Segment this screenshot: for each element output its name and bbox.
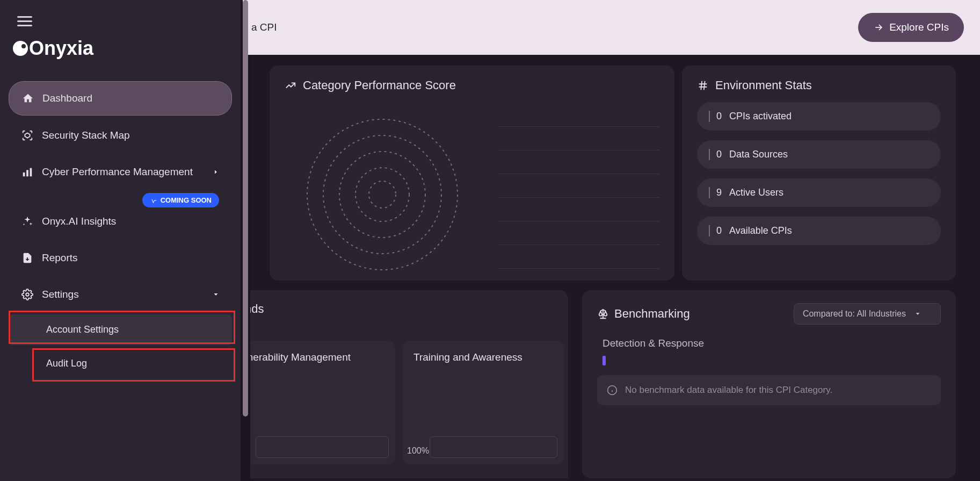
stat-value: 9 <box>709 187 722 198</box>
sidebar-item-label: Security Stack Map <box>42 130 219 141</box>
card-title: Category Performance Score <box>303 78 456 92</box>
stat-label: Data Sources <box>729 149 788 160</box>
stat-label: Active Users <box>729 187 783 198</box>
stat-row[interactable]: 0 CPIs activated <box>697 102 941 131</box>
sidebar-item-settings[interactable]: Settings <box>9 278 232 311</box>
legend-placeholder <box>498 103 659 269</box>
sidebar-item-label: Settings <box>42 289 204 300</box>
sidebar-subitem-label: Audit Log <box>46 358 87 369</box>
topbar-text-fragment: a CPI <box>251 21 277 33</box>
bar-chart-icon <box>21 166 33 178</box>
scale-icon <box>597 308 609 320</box>
sparkle-icon <box>21 216 33 227</box>
sidebar-item-cyber-performance[interactable]: Cyber Performance Management <box>9 155 232 189</box>
benchmark-category-label: Detection & Response <box>597 338 941 349</box>
subcard-title: ulnerability Management <box>250 351 384 363</box>
card-title: Environment Stats <box>715 78 812 92</box>
hash-icon <box>697 80 709 91</box>
stat-label: CPIs activated <box>729 111 792 122</box>
select-label: Compared to: All Industries <box>803 309 906 319</box>
environment-stats-card: Environment Stats 0 CPIs activated 0 Dat… <box>682 66 956 281</box>
hamburger-menu-button[interactable] <box>17 16 241 26</box>
brand-logo: Onyxia <box>13 37 241 60</box>
svg-rect-0 <box>23 173 25 176</box>
trend-subcard-vulnerability[interactable]: ulnerability Management 0% <box>250 341 395 464</box>
home-icon <box>22 92 34 104</box>
benchmark-bar <box>602 356 606 365</box>
explore-cpis-button[interactable]: Explore CPIs <box>858 13 964 42</box>
svg-point-3 <box>26 293 29 296</box>
radar-chart-placeholder <box>302 114 463 275</box>
sidebar-subitem-label: Account Settings <box>46 324 119 335</box>
sidebar-item-label: Reports <box>42 252 219 264</box>
stat-value: 0 <box>709 225 722 236</box>
chevron-down-icon <box>213 291 219 298</box>
chevron-down-icon <box>914 311 921 317</box>
sidebar-subitem-account-settings[interactable]: Account Settings <box>9 314 232 345</box>
stat-row[interactable]: 9 Active Users <box>697 178 941 207</box>
coming-soon-badge: COMING SOON <box>142 193 219 207</box>
logo-icon <box>13 41 28 56</box>
svg-rect-1 <box>26 170 28 176</box>
benchmark-empty-state: No benchmark data available for this CPI… <box>597 375 941 405</box>
trend-subcard-training[interactable]: Training and Awareness 100% <box>403 341 564 464</box>
subcard-chart-placeholder <box>430 436 557 458</box>
sidebar-item-label: Onyx.AI Insights <box>42 216 219 227</box>
file-upload-icon <box>21 252 33 264</box>
empty-text: No benchmark data available for this CPI… <box>625 384 832 397</box>
sidebar-item-reports[interactable]: Reports <box>9 241 232 275</box>
subcard-chart-placeholder <box>256 436 389 458</box>
chevron-right-icon <box>213 169 219 175</box>
stat-value: 0 <box>709 111 722 122</box>
compared-to-select[interactable]: Compared to: All Industries <box>794 303 941 325</box>
card-title: Benchmarking <box>614 307 690 321</box>
trends-title-fragment: nds <box>250 302 264 316</box>
main-content: Category Performance Score Environment S… <box>250 55 980 481</box>
cube-scan-icon <box>21 130 33 141</box>
trends-card: nds ulnerability Management 0% Training … <box>250 290 568 478</box>
explore-button-label: Explore CPIs <box>889 21 949 33</box>
sidebar-item-dashboard[interactable]: Dashboard <box>9 81 232 116</box>
scrollbar[interactable] <box>243 0 248 417</box>
svg-point-7 <box>355 168 409 221</box>
svg-point-8 <box>369 181 396 208</box>
subcard-title: Training and Awareness <box>413 351 553 363</box>
sidebar-item-onyx-ai-insights[interactable]: COMING SOON Onyx.AI Insights <box>9 205 232 238</box>
stat-value: 0 <box>709 149 722 160</box>
subcard-percent: 100% <box>407 446 429 456</box>
gear-icon <box>21 289 33 300</box>
sidebar-item-security-stack-map[interactable]: Security Stack Map <box>9 119 232 152</box>
stat-row[interactable]: 0 Data Sources <box>697 140 941 169</box>
sidebar-item-label: Dashboard <box>42 92 219 104</box>
benchmarking-card: Benchmarking Compared to: All Industries… <box>582 290 956 478</box>
stat-row[interactable]: 0 Available CPIs <box>697 217 941 245</box>
svg-rect-2 <box>30 168 32 177</box>
svg-point-4 <box>307 119 458 270</box>
svg-point-5 <box>323 135 441 254</box>
topbar: a CPI Explore CPIs <box>243 0 980 55</box>
sidebar: Onyxia Dashboard Security Stack Map Cybe… <box>0 0 241 481</box>
stat-label: Available CPIs <box>729 225 792 236</box>
trend-icon <box>285 80 296 91</box>
category-performance-card: Category Performance Score <box>270 66 674 281</box>
svg-point-6 <box>339 152 425 238</box>
sidebar-item-label: Cyber Performance Management <box>42 166 204 178</box>
info-icon <box>607 385 618 396</box>
brand-name: Onyxia <box>29 37 93 60</box>
sidebar-subitem-audit-log[interactable]: Audit Log <box>9 348 232 379</box>
